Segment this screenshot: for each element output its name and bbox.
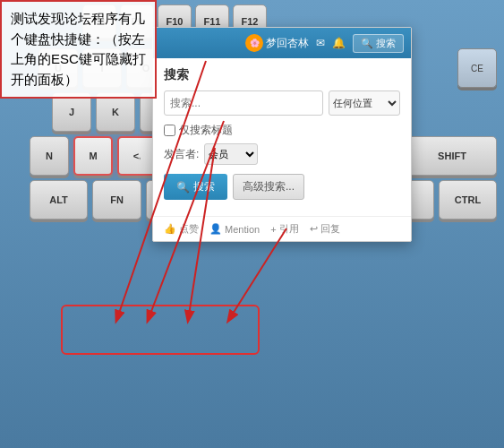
filter-row: 发言者: 会员 bbox=[164, 143, 400, 165]
search-input[interactable] bbox=[164, 90, 323, 116]
annotation-text: 测试发现论坛程序有几个键盘快捷键：（按左上角的ESC键可隐藏打开的面板） bbox=[11, 11, 146, 87]
filter-label-prefix: 发言者: bbox=[164, 147, 199, 162]
key-less-than[interactable]: <, bbox=[117, 136, 157, 176]
action-bar: 👍 点赞 👤 Mention + 引用 ↩ 回复 bbox=[153, 216, 411, 241]
quote-action[interactable]: + 引用 bbox=[270, 222, 298, 236]
nav-avatar: 🌸 bbox=[245, 34, 263, 52]
advanced-search-button[interactable]: 高级搜索... bbox=[233, 174, 304, 200]
mention-action[interactable]: 👤 Mention bbox=[209, 223, 260, 235]
nav-mail-icon[interactable]: ✉ bbox=[316, 37, 325, 49]
search-input-row: 任何位置 bbox=[164, 90, 400, 116]
nav-username: 🌸 梦回杏林 bbox=[245, 34, 309, 52]
key-ce[interactable]: CE bbox=[457, 48, 497, 88]
nav-search-button[interactable]: 🔍 搜索 bbox=[353, 34, 404, 53]
panel-title: 搜索 bbox=[164, 67, 400, 83]
key-fn[interactable]: FN bbox=[92, 180, 141, 220]
quote-icon: + bbox=[270, 224, 276, 235]
key-ctrl[interactable]: CTRL bbox=[439, 180, 497, 220]
annotation-box: 测试发现论坛程序有几个键盘快捷键：（按左上角的ESC键可隐藏打开的面板） bbox=[0, 0, 157, 99]
key-alt[interactable]: ALT bbox=[30, 180, 88, 220]
title-only-checkbox[interactable] bbox=[164, 125, 175, 136]
key-shift[interactable]: SHIFT bbox=[407, 136, 497, 176]
search-icon: 🔍 bbox=[361, 38, 373, 49]
button-row: 🔍 搜索 高级搜索... bbox=[164, 174, 400, 200]
key-n[interactable]: N bbox=[30, 136, 69, 176]
checkbox-label: 仅搜索标题 bbox=[179, 123, 233, 138]
search-button[interactable]: 🔍 搜索 bbox=[164, 174, 227, 200]
like-icon: 👍 bbox=[164, 223, 176, 235]
nav-bell-icon[interactable]: 🔔 bbox=[332, 37, 346, 49]
reply-action[interactable]: ↩ 回复 bbox=[310, 222, 340, 236]
reply-icon: ↩ bbox=[310, 223, 318, 235]
forum-panel: 🌸 梦回杏林 ✉ 🔔 🔍 搜索 搜索 任何位置 仅搜索标题 发言者: 会员 bbox=[152, 27, 412, 242]
key-m[interactable]: M bbox=[73, 136, 113, 176]
panel-nav: 🌸 梦回杏林 ✉ 🔔 🔍 搜索 bbox=[153, 28, 411, 58]
like-action[interactable]: 👍 点赞 bbox=[164, 222, 199, 236]
panel-search-content: 搜索 任何位置 仅搜索标题 发言者: 会员 🔍 搜索 高级搜索... bbox=[153, 58, 411, 216]
search-btn-icon: 🔍 bbox=[176, 181, 190, 194]
filter-select[interactable]: 会员 bbox=[204, 143, 258, 165]
checkbox-row: 仅搜索标题 bbox=[164, 123, 400, 138]
location-select[interactable]: 任何位置 bbox=[329, 90, 400, 116]
mention-icon: 👤 bbox=[209, 223, 222, 235]
